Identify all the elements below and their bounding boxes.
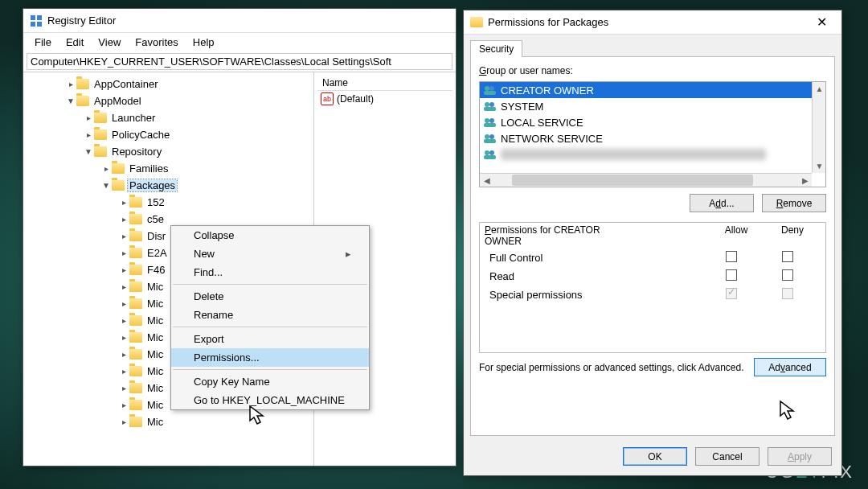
menu-help[interactable]: Help xyxy=(186,35,221,50)
tree-item[interactable]: ▼AppModel xyxy=(23,92,313,109)
chevron-right-icon[interactable]: ▸ xyxy=(118,316,129,325)
tree-item-label: Mic xyxy=(145,298,165,310)
remove-button[interactable]: Remove xyxy=(762,194,826,212)
user-item[interactable]: CREATOR OWNER xyxy=(480,82,825,98)
menu-item[interactable]: Copy Key Name xyxy=(171,372,369,391)
svg-rect-6 xyxy=(484,91,496,95)
advanced-button[interactable]: Advanced xyxy=(754,358,826,376)
tree-item[interactable]: ▸Families xyxy=(23,160,313,177)
user-item[interactable]: LOCAL SERVICE xyxy=(480,114,825,130)
allow-checkbox[interactable] xyxy=(726,251,737,262)
tab-security[interactable]: Security xyxy=(470,40,522,57)
deny-checkbox[interactable] xyxy=(782,251,793,262)
menu-file[interactable]: File xyxy=(28,35,58,50)
chevron-right-icon[interactable]: ▸ xyxy=(118,367,129,376)
chevron-down-icon[interactable]: ▼ xyxy=(65,97,76,105)
chevron-right-icon[interactable]: ▸ xyxy=(118,265,129,274)
chevron-right-icon[interactable]: ▸ xyxy=(83,130,94,139)
tree-item[interactable]: ▸Mic xyxy=(23,413,313,430)
menu-item[interactable]: Find... xyxy=(171,263,369,281)
svg-rect-18 xyxy=(484,155,496,159)
chevron-right-icon[interactable]: ▸ xyxy=(118,299,129,308)
users-icon xyxy=(483,101,497,112)
scroll-up-icon[interactable]: ▲ xyxy=(813,82,826,96)
tree-item-label: Families xyxy=(128,162,170,175)
tab-strip: Security xyxy=(464,35,841,56)
tree-item[interactable]: ▸Launcher xyxy=(23,109,313,126)
tree-item[interactable]: ▸152 xyxy=(23,194,313,211)
user-item[interactable]: NETWORK SERVICE xyxy=(480,130,825,146)
scroll-left-icon[interactable]: ◀ xyxy=(480,174,493,187)
svg-rect-12 xyxy=(484,123,496,127)
apply-button[interactable]: Apply xyxy=(768,447,832,466)
tree-item-label: PolicyCache xyxy=(110,129,171,141)
tab-body: Group or user names: CREATOR OWNERSYSTEM… xyxy=(470,56,835,436)
allow-checkbox[interactable] xyxy=(726,269,737,281)
chevron-right-icon[interactable]: ▸ xyxy=(118,215,129,224)
chevron-right-icon[interactable]: ▸ xyxy=(83,113,94,122)
titlebar[interactable]: Permissions for Packages ✕ xyxy=(464,10,841,35)
list-item[interactable]: ab (Default) xyxy=(317,91,452,107)
folder-icon xyxy=(129,231,142,241)
menu-item[interactable]: Export xyxy=(171,330,369,348)
chevron-down-icon[interactable]: ▼ xyxy=(83,147,94,156)
scroll-thumb[interactable] xyxy=(512,175,753,186)
cancel-button[interactable]: Cancel xyxy=(695,447,760,466)
permissions-box: Permissions for CREATOROWNER Allow Deny … xyxy=(479,222,826,353)
tree-item-label: AppModel xyxy=(92,95,143,107)
menu-item[interactable]: Permissions... xyxy=(171,348,369,367)
chevron-down-icon[interactable]: ▼ xyxy=(100,181,112,190)
titlebar[interactable]: Registry Editor xyxy=(23,9,456,33)
menu-item[interactable]: Delete xyxy=(171,287,369,306)
tree-item[interactable]: ▸PolicyCache xyxy=(23,126,313,143)
deny-checkbox[interactable] xyxy=(782,269,793,281)
tree-item[interactable]: ▸AppContainer xyxy=(23,76,313,92)
tree-item[interactable]: ▼Repository xyxy=(23,143,313,160)
ok-button[interactable]: OK xyxy=(623,447,687,466)
menu-edit[interactable]: Edit xyxy=(59,35,90,50)
scroll-down-icon[interactable]: ▼ xyxy=(813,159,826,173)
users-icon xyxy=(483,133,497,144)
folder-icon xyxy=(129,265,142,275)
column-header-name[interactable]: Name xyxy=(317,76,452,91)
svg-point-10 xyxy=(485,118,489,123)
chevron-right-icon[interactable]: ▸ xyxy=(118,384,129,392)
user-list[interactable]: CREATOR OWNERSYSTEMLOCAL SERVICENETWORK … xyxy=(479,81,826,187)
add-button[interactable]: Add... xyxy=(690,194,754,212)
chevron-right-icon[interactable]: ▸ xyxy=(118,350,129,359)
svg-point-14 xyxy=(489,134,494,139)
chevron-right-icon[interactable]: ▸ xyxy=(118,232,129,240)
svg-point-16 xyxy=(485,150,489,155)
address-bar[interactable]: Computer\HKEY_CURRENT_USER\SOFTWARE\Clas… xyxy=(27,53,452,70)
menu-view[interactable]: View xyxy=(92,35,127,50)
permissions-dialog: Permissions for Packages ✕ Security Grou… xyxy=(463,10,842,476)
scrollbar-horizontal[interactable]: ◀ ▶ xyxy=(480,173,812,187)
chevron-right-icon[interactable]: ▸ xyxy=(65,80,76,88)
tree-item-label: Launcher xyxy=(110,112,157,124)
svg-rect-15 xyxy=(484,139,496,143)
svg-point-5 xyxy=(489,86,494,91)
menu-item[interactable]: Go to HKEY_LOCAL_MACHINE xyxy=(171,391,369,409)
scrollbar-vertical[interactable]: ▲ ▼ xyxy=(812,82,825,173)
tree-item-label: Mic xyxy=(145,281,165,293)
folder-icon xyxy=(470,17,483,27)
menu-favorites[interactable]: Favorites xyxy=(129,35,184,50)
chevron-right-icon[interactable]: ▸ xyxy=(118,249,129,257)
chevron-right-icon[interactable]: ▸ xyxy=(100,164,112,173)
menu-item[interactable]: Collapse xyxy=(171,226,369,244)
allow-checkbox xyxy=(726,288,737,299)
tree-item-label: AppContainer xyxy=(92,78,160,90)
scroll-right-icon[interactable]: ▶ xyxy=(798,174,812,187)
chevron-right-icon[interactable]: ▸ xyxy=(118,401,129,409)
close-icon[interactable]: ✕ xyxy=(809,14,835,30)
user-item[interactable]: SYSTEM xyxy=(480,98,825,114)
chevron-right-icon[interactable]: ▸ xyxy=(118,417,129,426)
chevron-right-icon[interactable]: ▸ xyxy=(118,282,129,291)
chevron-right-icon[interactable]: ▸ xyxy=(118,333,129,342)
menu-item[interactable]: Rename xyxy=(171,306,369,324)
menu-item[interactable]: New▸ xyxy=(171,244,369,263)
user-item[interactable] xyxy=(480,146,825,162)
menubar[interactable]: FileEditViewFavoritesHelp xyxy=(23,33,456,51)
tree-item[interactable]: ▼Packages xyxy=(23,177,313,194)
chevron-right-icon[interactable]: ▸ xyxy=(118,198,129,207)
